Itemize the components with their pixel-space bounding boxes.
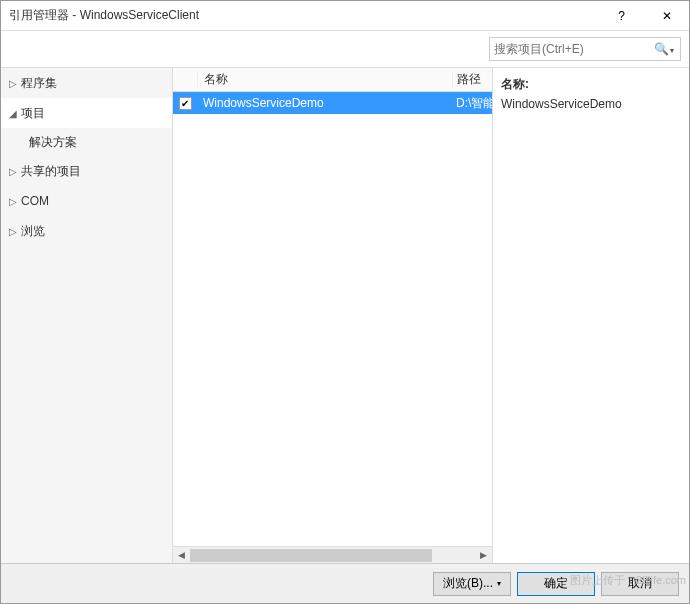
list-header: 名称 路径 [173, 68, 492, 92]
scroll-left-icon[interactable]: ◀ [173, 547, 190, 564]
sidebar-item-assemblies[interactable]: ▷ 程序集 [1, 68, 172, 98]
footer: 浏览(B)... ▾ 确定 取消 [1, 563, 689, 603]
sidebar-item-label: 程序集 [21, 75, 57, 92]
ok-button[interactable]: 确定 [517, 572, 595, 596]
dialog: 引用管理器 - WindowsServiceClient ? ✕ 🔍▾ ▷ 程序… [0, 0, 690, 604]
chevron-right-icon: ▷ [9, 226, 21, 237]
sidebar-item-com[interactable]: ▷ COM [1, 186, 172, 216]
close-icon: ✕ [662, 9, 672, 23]
list-panel: 名称 路径 ✔ WindowsServiceDemo D:\智能 ◀ ▶ [173, 68, 493, 563]
chevron-down-icon: ▾ [497, 579, 501, 588]
chevron-down-icon: ◢ [9, 108, 21, 119]
browse-button[interactable]: 浏览(B)... ▾ [433, 572, 511, 596]
sidebar-subitem-solution[interactable]: 解决方案 [1, 128, 172, 156]
search-input[interactable] [494, 42, 652, 56]
search-icon[interactable]: 🔍▾ [652, 42, 676, 56]
col-path-header[interactable]: 路径 [452, 71, 492, 88]
chevron-down-icon: ▾ [670, 46, 674, 55]
row-checkbox[interactable]: ✔ [179, 97, 192, 110]
close-button[interactable]: ✕ [644, 1, 689, 31]
chevron-right-icon: ▷ [9, 166, 21, 177]
sidebar-item-browse[interactable]: ▷ 浏览 [1, 216, 172, 246]
sidebar-item-label: 共享的项目 [21, 163, 81, 180]
row-name: WindowsServiceDemo [197, 96, 452, 110]
sidebar-item-projects[interactable]: ◢ 项目 [1, 98, 172, 128]
sidebar-item-label: 浏览 [21, 223, 45, 240]
help-button[interactable]: ? [599, 1, 644, 31]
scroll-track[interactable] [190, 547, 475, 564]
sidebar: ▷ 程序集 ◢ 项目 解决方案 ▷ 共享的项目 ▷ COM ▷ 浏览 [1, 68, 173, 563]
detail-label: 名称: [501, 76, 681, 93]
list-body: ✔ WindowsServiceDemo D:\智能 [173, 92, 492, 546]
row-path: D:\智能 [452, 95, 492, 112]
search-box: 🔍▾ [489, 37, 681, 61]
help-icon: ? [618, 9, 625, 23]
sidebar-subitem-label: 解决方案 [29, 134, 77, 151]
scroll-thumb[interactable] [190, 549, 432, 562]
sidebar-item-shared[interactable]: ▷ 共享的项目 [1, 156, 172, 186]
browse-button-label: 浏览(B)... [443, 575, 493, 592]
cancel-button[interactable]: 取消 [601, 572, 679, 596]
titlebar: 引用管理器 - WindowsServiceClient ? ✕ [1, 1, 689, 31]
sidebar-item-label: COM [21, 194, 49, 208]
detail-value: WindowsServiceDemo [501, 97, 681, 111]
details-panel: 名称: WindowsServiceDemo [493, 68, 689, 563]
main: ▷ 程序集 ◢ 项目 解决方案 ▷ 共享的项目 ▷ COM ▷ 浏览 [1, 68, 689, 563]
list-row[interactable]: ✔ WindowsServiceDemo D:\智能 [173, 92, 492, 114]
search-row: 🔍▾ [1, 31, 689, 68]
chevron-right-icon: ▷ [9, 78, 21, 89]
col-name-header[interactable]: 名称 [197, 71, 452, 88]
chevron-right-icon: ▷ [9, 196, 21, 207]
window-title: 引用管理器 - WindowsServiceClient [9, 7, 599, 24]
row-checkbox-cell: ✔ [173, 97, 197, 110]
scroll-right-icon[interactable]: ▶ [475, 547, 492, 564]
sidebar-item-label: 项目 [21, 105, 45, 122]
horizontal-scrollbar[interactable]: ◀ ▶ [173, 546, 492, 563]
